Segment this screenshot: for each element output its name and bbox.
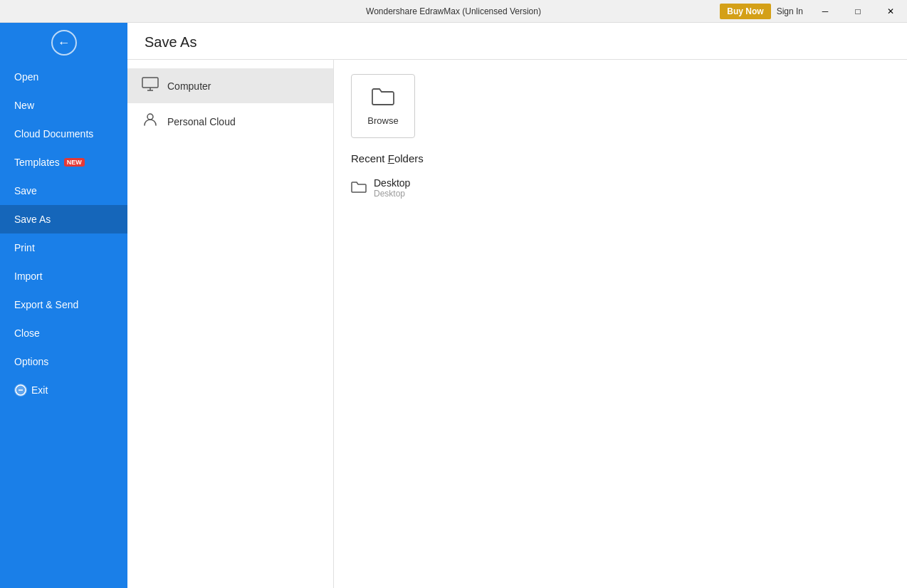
sidebar-item-new[interactable]: New <box>0 91 127 120</box>
sidebar-item-export-send[interactable]: Export & Send <box>0 290 127 319</box>
sidebar-label-templates: Templates <box>14 157 60 168</box>
sidebar-item-open[interactable]: Open <box>0 63 127 91</box>
folder-desktop-icon <box>351 180 367 196</box>
sidebar-label-save-as: Save As <box>14 214 51 225</box>
sidebar-label-open: Open <box>14 71 38 83</box>
folder-item-name-desktop: Desktop <box>374 177 410 189</box>
sidebar-label-cloud-documents: Cloud Documents <box>14 128 93 140</box>
sidebar-label-new: New <box>14 100 34 111</box>
sidebar-label-save: Save <box>14 185 37 196</box>
sidebar-item-print[interactable]: Print <box>0 233 127 262</box>
sign-in-button[interactable]: Sign In <box>777 6 803 16</box>
sidebar-item-options[interactable]: Options <box>0 347 127 376</box>
browse-folder-icon <box>371 86 395 111</box>
titlebar-controls: Buy Now Sign In ─ □ ✕ <box>720 0 907 23</box>
content-body: Computer Personal Cloud <box>127 60 907 588</box>
recent-folders-title: Recent Folders <box>351 152 890 164</box>
page-title: Save As <box>127 23 907 60</box>
browse-card[interactable]: Browse <box>351 74 415 138</box>
back-button[interactable]: ← <box>0 23 127 63</box>
sidebar-label-export-send: Export & Send <box>14 299 78 310</box>
app-title: Wondershare EdrawMax (Unlicensed Version… <box>366 6 541 16</box>
computer-icon <box>142 77 159 95</box>
personal-cloud-icon <box>142 112 159 131</box>
browse-label: Browse <box>367 115 398 126</box>
sidebar-label-print: Print <box>14 242 35 253</box>
sidebar-item-save[interactable]: Save <box>0 177 127 205</box>
sidebar-item-close[interactable]: Close <box>0 319 127 347</box>
sidebar-label-close: Close <box>14 327 40 339</box>
folder-item-info-desktop: Desktop Desktop <box>374 177 410 199</box>
exit-icon <box>14 384 27 397</box>
sidebar: ← Open New Cloud Documents Templates NEW… <box>0 23 127 588</box>
sidebar-label-import: Import <box>14 271 43 282</box>
location-item-computer[interactable]: Computer <box>127 68 333 103</box>
sidebar-item-exit[interactable]: Exit <box>0 376 127 404</box>
folder-item-desktop[interactable]: Desktop Desktop <box>351 174 890 201</box>
svg-point-5 <box>147 114 153 120</box>
sidebar-item-cloud-documents[interactable]: Cloud Documents <box>0 120 127 148</box>
location-item-personal-cloud[interactable]: Personal Cloud <box>127 103 333 140</box>
sidebar-label-exit: Exit <box>31 384 48 396</box>
location-panel: Computer Personal Cloud <box>127 60 334 588</box>
content-area: Save As Computer <box>127 23 907 588</box>
close-button[interactable]: ✕ <box>874 0 907 23</box>
minimize-button[interactable]: ─ <box>809 0 842 23</box>
sidebar-label-options: Options <box>14 356 48 367</box>
templates-new-badge: NEW <box>64 158 85 167</box>
titlebar: Wondershare EdrawMax (Unlicensed Version… <box>0 0 907 23</box>
location-label-personal-cloud: Personal Cloud <box>167 116 236 127</box>
app-body: ← Open New Cloud Documents Templates NEW… <box>0 23 907 588</box>
maximize-button[interactable]: □ <box>842 0 874 23</box>
files-panel: Browse Recent Folders Desktop Deskto <box>334 60 907 588</box>
sidebar-item-templates[interactable]: Templates NEW <box>0 148 127 177</box>
location-label-computer: Computer <box>167 80 211 92</box>
recent-folders-highlight: F <box>388 152 394 164</box>
back-icon: ← <box>51 30 77 56</box>
svg-rect-2 <box>142 78 158 88</box>
folder-item-path-desktop: Desktop <box>374 189 410 199</box>
sidebar-item-import[interactable]: Import <box>0 262 127 290</box>
buy-now-button[interactable]: Buy Now <box>720 4 770 19</box>
sidebar-item-save-as[interactable]: Save As <box>0 205 127 233</box>
